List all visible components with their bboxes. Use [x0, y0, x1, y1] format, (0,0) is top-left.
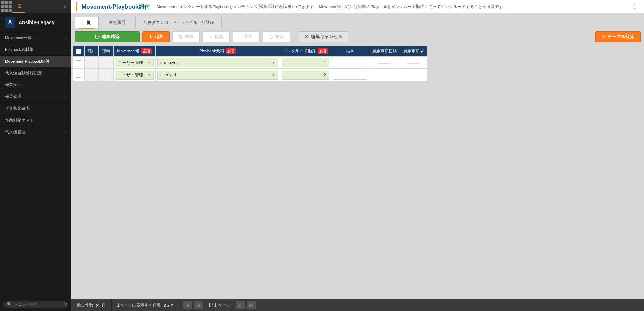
- footer: 編集件数 2 件 1ページに表示する件数 25^ |◀ ◀ 1 / 1 ページ …: [71, 299, 644, 311]
- confirm-button[interactable]: 編集確認: [75, 31, 140, 42]
- brand: A Ansible-Legacy: [0, 13, 71, 32]
- svg-rect-1: [5, 1, 8, 4]
- svg-rect-13: [16, 7, 17, 8]
- page-next-button[interactable]: ▶: [236, 301, 245, 309]
- row-checkbox[interactable]: [76, 73, 81, 78]
- button-label: 追加: [155, 34, 164, 40]
- caret-down-icon: ▼: [272, 73, 275, 77]
- chevron-right-icon: ›: [65, 36, 66, 40]
- updater-cell: [400, 57, 427, 68]
- page-title: Movement-Playbook紐付: [82, 3, 150, 11]
- cancel-button[interactable]: 編集キャンセル: [299, 31, 348, 42]
- pagination: |◀ ◀ 1 / 1 ページ ▶ ▶|: [183, 301, 256, 309]
- col-updated: 最終更新日時: [369, 46, 400, 56]
- tab-list[interactable]: 一覧: [75, 17, 99, 28]
- note-input[interactable]: [333, 58, 367, 67]
- delete-button: 削除: [202, 31, 230, 42]
- button-label: テーブル設定: [608, 34, 635, 40]
- x-icon: [304, 35, 309, 39]
- svg-rect-5: [9, 5, 12, 8]
- sidebar-item[interactable]: Playbook素材集›: [0, 44, 71, 56]
- required-badge: 必須: [226, 48, 236, 54]
- note-input[interactable]: [333, 71, 367, 80]
- num-cell: —: [99, 69, 113, 81]
- copy-button: 複製: [172, 31, 200, 42]
- svg-rect-16: [179, 35, 181, 38]
- add-button[interactable]: 追加: [142, 31, 170, 42]
- svg-rect-18: [209, 37, 212, 37]
- chevron-right-icon: ›: [65, 60, 66, 63]
- grid-icon[interactable]: [0, 0, 12, 13]
- content-tabs: 一覧 変更履歴 全件ダウンロード・ファイル一括登録: [71, 13, 644, 28]
- sidebar-item[interactable]: 作業管理›: [0, 91, 71, 103]
- movement-select[interactable]: ユーザー管理▼: [115, 58, 154, 67]
- row-checkbox[interactable]: [76, 60, 81, 65]
- chevron-right-icon: ›: [65, 71, 66, 75]
- button-label: 編集確認: [102, 34, 120, 40]
- accent-bar: [76, 2, 77, 11]
- sidebar-item-label: 作業実行: [5, 82, 21, 88]
- sidebar-menu: Movement一覧› Playbook素材集› Movement-Playbo…: [0, 32, 71, 298]
- page-header: Movement-Playbook紐付 MovementにインクルードするPla…: [71, 0, 644, 13]
- toolbar: 編集確認 追加 複製 削除 廃止 復活 編集キャンセル テ: [71, 28, 644, 46]
- sidebar-item[interactable]: 代入値自動登録設定›: [0, 67, 71, 79]
- svg-rect-8: [9, 9, 12, 12]
- updated-cell: [369, 57, 400, 68]
- sidebar-item-label: 作業対象ホスト: [5, 118, 34, 123]
- table-settings-button[interactable]: テーブル設定: [595, 31, 641, 42]
- kebab-icon[interactable]: ⋮: [629, 3, 639, 10]
- chevron-up-icon: ^: [171, 303, 174, 308]
- svg-rect-17: [180, 36, 182, 39]
- tab-download[interactable]: 全件ダウンロード・ファイル一括登録: [135, 17, 222, 28]
- col-movement: Movement名必須: [114, 46, 155, 56]
- button-label: 復活: [275, 34, 284, 40]
- movement-select[interactable]: ユーザー管理▼: [115, 71, 154, 80]
- page-description: MovementにインクルードするPlaybookをメンテナンス(閲覧/登録/更…: [157, 4, 507, 9]
- check-doc-icon: [95, 35, 100, 39]
- svg-rect-11: [16, 6, 17, 7]
- clear-icon[interactable]: ✕: [64, 302, 67, 307]
- sidebar-tabs: «: [0, 0, 71, 13]
- svg-rect-9: [16, 4, 17, 5]
- order-input[interactable]: 2: [282, 71, 329, 80]
- sidebar: « A Ansible-Legacy Movement一覧› Playbook素…: [0, 0, 71, 311]
- plus-icon: [148, 35, 153, 39]
- playbook-select[interactable]: user.yml▼: [157, 71, 278, 80]
- button-label: 削除: [215, 34, 224, 40]
- chevron-right-icon: ›: [65, 48, 66, 52]
- collapse-sidebar-icon[interactable]: «: [59, 4, 71, 9]
- sidebar-item-label: 代入値管理: [5, 129, 26, 135]
- select-all-checkbox[interactable]: [76, 49, 81, 54]
- discard-cell: —: [85, 57, 98, 68]
- required-badge: 必須: [318, 48, 328, 54]
- per-page-select[interactable]: 25^: [164, 303, 173, 308]
- sidebar-item[interactable]: Movement-Playbook紐付›: [0, 56, 71, 67]
- sidebar-item-label: Movement一覧: [5, 35, 32, 40]
- col-note: 備考: [331, 46, 369, 56]
- menu-search-input[interactable]: [14, 302, 62, 307]
- revive-button: 復活: [263, 31, 290, 42]
- tab-history[interactable]: 変更履歴: [101, 17, 133, 28]
- per-page-label: 1ページに表示する件数: [117, 302, 161, 308]
- sidebar-item[interactable]: Movement一覧›: [0, 32, 71, 44]
- page-first-button[interactable]: |◀: [183, 301, 192, 309]
- chevron-right-icon: ›: [65, 83, 66, 87]
- svg-rect-3: [1, 5, 4, 8]
- sidebar-item[interactable]: 作業状態確認›: [0, 103, 71, 115]
- sidebar-item[interactable]: 作業対象ホスト›: [0, 115, 71, 126]
- svg-point-19: [269, 35, 273, 39]
- svg-rect-0: [1, 1, 4, 4]
- list-icon[interactable]: [12, 0, 25, 13]
- caret-down-icon: ▼: [148, 61, 151, 64]
- search-icon: 🔍: [7, 302, 12, 307]
- col-num: 項番: [99, 46, 113, 56]
- page-last-button[interactable]: ▶|: [247, 301, 256, 309]
- main: Movement-Playbook紐付 MovementにインクルードするPla…: [71, 0, 644, 311]
- sidebar-item[interactable]: 代入値管理›: [0, 126, 71, 138]
- order-input[interactable]: 1: [282, 58, 329, 67]
- playbook-select[interactable]: group.yml▼: [157, 58, 278, 67]
- menu-search[interactable]: 🔍 ✕: [3, 301, 68, 308]
- sidebar-item[interactable]: 作業実行›: [0, 79, 71, 91]
- table-row: — — ユーザー管理▼ user.yml▼ 2: [73, 69, 427, 81]
- page-prev-button[interactable]: ◀: [194, 301, 203, 309]
